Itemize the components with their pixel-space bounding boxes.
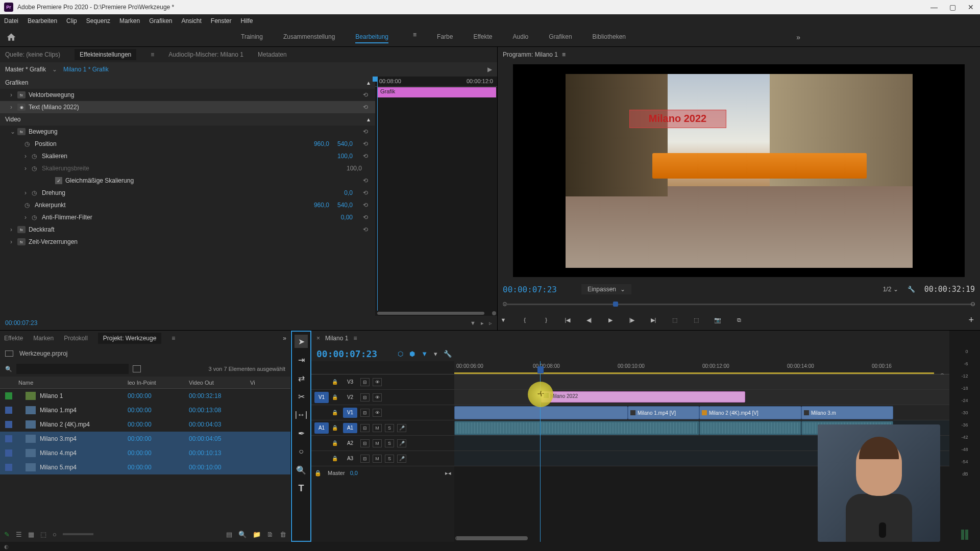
fit-dropdown[interactable]: Einpassen⌄ bbox=[581, 284, 631, 294]
track-label-v2[interactable]: V2 bbox=[343, 392, 357, 403]
settings-icon[interactable]: ▾ bbox=[434, 350, 437, 358]
lock-icon[interactable]: 🔒 bbox=[332, 425, 340, 431]
row-drehung[interactable]: › ◷ Drehung 0,0 ⟲ bbox=[0, 187, 375, 199]
menu-grafiken[interactable]: Grafiken bbox=[149, 17, 172, 24]
scrub-playhead[interactable] bbox=[613, 302, 618, 307]
ws-zusammenstellung[interactable]: Zusammenstellung bbox=[283, 31, 335, 43]
label-chip[interactable] bbox=[5, 449, 12, 457]
freeform-view-icon[interactable]: ⬚ bbox=[40, 531, 46, 538]
project-row[interactable]: Milano 5.mp400:00:0000:00:10:00 bbox=[0, 460, 290, 474]
row-vektorbewegung[interactable]: › fx Vektorbewegung ⟲ bbox=[0, 89, 375, 101]
mute-icon[interactable]: M bbox=[373, 455, 382, 463]
master-volume[interactable]: 0,0 bbox=[350, 470, 358, 476]
reset-icon[interactable]: ⟲ bbox=[361, 153, 370, 160]
effect-clip-link[interactable]: Milano 1 * Grafik bbox=[63, 66, 109, 73]
new-bin-icon[interactable]: 📁 bbox=[253, 531, 261, 538]
label-chip[interactable] bbox=[5, 392, 12, 399]
ws-overflow-icon[interactable]: » bbox=[796, 33, 800, 41]
ws-training[interactable]: Training bbox=[241, 31, 263, 43]
item-in[interactable]: 00:00:00 bbox=[128, 392, 189, 399]
item-out[interactable]: 00:00:10:00 bbox=[189, 464, 250, 471]
track-select-tool[interactable]: ⇥ bbox=[295, 353, 308, 366]
solo-icon[interactable]: S bbox=[385, 455, 394, 463]
mark-in-icon[interactable]: { bbox=[519, 314, 530, 325]
mute-icon[interactable]: M bbox=[373, 424, 382, 432]
track-label-a2[interactable]: A2 bbox=[343, 438, 357, 448]
maximize-button[interactable]: ▢ bbox=[947, 3, 958, 11]
fx-badge[interactable]: fx bbox=[17, 238, 26, 245]
track-v1[interactable]: Milano 1.mp4 [V] Milano 2 (4K).mp4 [V] M… bbox=[454, 405, 949, 420]
src-patch-v1[interactable]: V1 bbox=[314, 392, 329, 403]
timeline-ruler[interactable]: 00:00:06:00 00:00:08:00 00:00:10:00 00:0… bbox=[454, 361, 949, 374]
et-clip-bar[interactable]: Grafik bbox=[377, 87, 496, 97]
position-x[interactable]: 960,0 bbox=[314, 140, 329, 147]
stopwatch-icon[interactable]: ◷ bbox=[24, 202, 32, 209]
mark-out-icon[interactable]: } bbox=[541, 314, 552, 325]
track-header-a1[interactable]: A1 🔒 A1 ⊟ M S 🎤 bbox=[311, 420, 454, 436]
list-view-icon[interactable] bbox=[133, 365, 141, 372]
lock-icon[interactable]: 🔒 bbox=[332, 456, 340, 461]
snap-icon[interactable]: ⬡ bbox=[398, 350, 403, 358]
label-chip[interactable] bbox=[5, 421, 12, 428]
group-grafiken[interactable]: Grafiken ▴ bbox=[0, 77, 375, 89]
item-out[interactable]: 00:00:32:18 bbox=[189, 392, 250, 399]
sync-lock-icon[interactable]: ⊟ bbox=[360, 393, 370, 402]
collapse-icon[interactable]: ▴ bbox=[367, 79, 370, 86]
list-icon[interactable]: ☰ bbox=[16, 531, 22, 538]
master-track-row[interactable]: 🔒 Master 0,0 ▸◂ bbox=[311, 466, 454, 480]
project-search-input[interactable] bbox=[16, 364, 129, 374]
item-out[interactable]: 00:00:04:05 bbox=[189, 435, 250, 442]
marker-icon[interactable]: ▼ bbox=[421, 350, 428, 358]
mute-icon[interactable]: M bbox=[373, 439, 382, 447]
track-label-v3[interactable]: V3 bbox=[343, 377, 357, 387]
clip-a1-b[interactable] bbox=[699, 421, 801, 435]
row-ankerpunkt[interactable]: ◷ Ankerpunkt 960,0 540,0 ⟲ bbox=[0, 199, 375, 211]
menu-hilfe[interactable]: Hilfe bbox=[241, 17, 253, 24]
expand-icon[interactable]: › bbox=[24, 189, 32, 196]
reset-icon[interactable]: ⟲ bbox=[361, 91, 370, 98]
menu-marken[interactable]: Marken bbox=[119, 17, 140, 24]
label-chip[interactable] bbox=[5, 435, 12, 442]
comparison-icon[interactable]: ⧉ bbox=[733, 314, 745, 325]
ws-audio[interactable]: Audio bbox=[513, 31, 529, 43]
program-viewer[interactable]: Milano 2022 bbox=[513, 64, 965, 277]
title-overlay[interactable]: Milano 2022 bbox=[629, 110, 726, 128]
timeline-scroll-handle[interactable] bbox=[456, 536, 528, 540]
drehung-value[interactable]: 0,0 bbox=[344, 189, 353, 196]
voice-over-icon[interactable]: 🎤 bbox=[397, 439, 406, 447]
tab-metadaten[interactable]: Metadaten bbox=[258, 51, 287, 58]
stopwatch-icon[interactable]: ◷ bbox=[24, 140, 32, 147]
menu-sequenz[interactable]: Sequenz bbox=[86, 17, 110, 24]
project-row[interactable]: Milano 4.mp400:00:0000:00:10:13 bbox=[0, 446, 290, 460]
home-icon[interactable] bbox=[6, 32, 16, 42]
ws-menu-icon[interactable]: ≡ bbox=[413, 31, 416, 43]
position-y[interactable]: 540,0 bbox=[337, 140, 353, 147]
track-header-v1[interactable]: 🔒 V1 ⊟ 👁 bbox=[311, 405, 454, 420]
ws-effekte[interactable]: Effekte bbox=[473, 31, 492, 43]
effect-dropdown-icon[interactable]: ⌄ bbox=[52, 66, 57, 73]
track-header-v2[interactable]: V1 🔒 V2 ⊟ 👁 bbox=[311, 390, 454, 405]
wrench-icon[interactable]: 🔧 bbox=[444, 350, 452, 358]
toggle-output-icon[interactable]: 👁 bbox=[373, 378, 382, 386]
track-header-a3[interactable]: 🔒 A3 ⊟ M S 🎤 bbox=[311, 451, 454, 466]
label-chip[interactable] bbox=[5, 464, 12, 471]
row-skalieren[interactable]: › ◷ Skalieren 100,0 ⟲ bbox=[0, 150, 375, 162]
track-label-a1[interactable]: A1 bbox=[343, 423, 357, 433]
fx-badge[interactable]: fx bbox=[17, 128, 26, 135]
lock-icon[interactable]: 🔒 bbox=[314, 470, 323, 477]
icon-view-icon[interactable]: ▦ bbox=[28, 531, 34, 538]
project-row[interactable]: Milano 3.mp400:00:0000:00:04:05 bbox=[0, 432, 290, 446]
group-video[interactable]: Video ▴ bbox=[0, 113, 375, 126]
menu-bearbeiten[interactable]: Bearbeiten bbox=[28, 17, 57, 24]
et-scroll-end[interactable] bbox=[492, 311, 496, 315]
program-time[interactable]: 00:00:07:23 bbox=[503, 285, 557, 294]
row-gleichmaessig[interactable]: ✓ Gleichmäßige Skalierung ⟲ bbox=[0, 174, 375, 187]
stopwatch-icon[interactable]: ◷ bbox=[32, 189, 39, 196]
row-antiflimmer[interactable]: › ◷ Anti-Flimmer-Filter 0,00 ⟲ bbox=[0, 211, 375, 223]
io-in-icon[interactable]: ▸ bbox=[481, 320, 484, 327]
timeline-playhead-head[interactable] bbox=[537, 366, 544, 373]
clip-milano1[interactable]: Milano 1.mp4 [V] bbox=[628, 406, 699, 419]
sequence-tab[interactable]: Milano 1 bbox=[325, 335, 348, 342]
ripple-edit-tool[interactable]: ⇄ bbox=[295, 371, 308, 385]
row-text-milano[interactable]: › ◉ Text (Milano 2022) ⟲ bbox=[0, 101, 375, 113]
